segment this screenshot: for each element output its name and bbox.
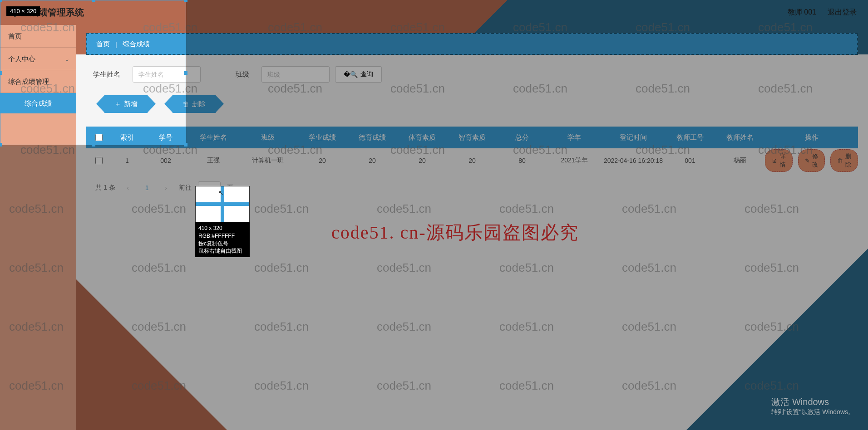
pager-page-1[interactable]: 1 bbox=[141, 181, 153, 194]
pager-goto-label: 前往 bbox=[179, 184, 192, 192]
magnifier-lens: ↖ bbox=[195, 186, 250, 222]
th-class: 班级 bbox=[238, 133, 297, 142]
search-row: 学生姓名 班级 �🔍 查询 bbox=[86, 66, 858, 83]
header-bar: 学生成绩管理系统 教师 001 退出登录 bbox=[0, 0, 868, 25]
th-year: 学年 bbox=[547, 133, 602, 142]
crumb-current: 综合成绩 bbox=[123, 40, 150, 49]
th-name: 学生姓名 bbox=[188, 133, 238, 142]
pager-prev[interactable]: ‹ bbox=[122, 181, 134, 194]
table-row: 1 002 王强 计算机一班 20 20 20 20 80 2021学年 202… bbox=[86, 148, 858, 173]
selection-dimensions: 410 × 320 bbox=[6, 6, 40, 16]
search-icon: �🔍 bbox=[344, 71, 358, 78]
search-class-label: 班级 bbox=[229, 70, 256, 79]
row-detail-button[interactable]: 🗎详情 bbox=[765, 149, 793, 172]
th-index: 索引 bbox=[111, 133, 143, 142]
doc-icon: 🗎 bbox=[772, 157, 778, 164]
table-header: 索引 学号 学生姓名 班级 学业成绩 德育成绩 体育素质 智育素质 总分 学年 … bbox=[86, 127, 858, 148]
th-total: 总分 bbox=[497, 133, 547, 142]
trash-icon: 🗑 bbox=[182, 100, 189, 108]
crumb-sep: | bbox=[115, 40, 117, 48]
sidebar-item-grade-mgmt[interactable]: 综合成绩管理 bbox=[0, 70, 76, 93]
sidebar: 首页 个人中心 综合成绩管理 综合成绩 bbox=[0, 25, 76, 430]
th-academic: 学业成绩 bbox=[297, 133, 347, 142]
th-intel: 智育素质 bbox=[447, 133, 497, 142]
trash-icon: 🗑 bbox=[837, 157, 843, 164]
cursor-icon: ↖ bbox=[218, 189, 224, 196]
crumb-home[interactable]: 首页 bbox=[96, 40, 110, 49]
row-delete-button[interactable]: 🗑删除 bbox=[830, 149, 858, 172]
breadcrumb: 首页 | 综合成绩 bbox=[86, 33, 858, 55]
user-label[interactable]: 教师 001 bbox=[788, 8, 816, 17]
search-name-label: 学生姓名 bbox=[86, 70, 127, 79]
sidebar-item-profile[interactable]: 个人中心 bbox=[0, 48, 76, 70]
action-row: ＋ 新增 🗑 删除 bbox=[86, 95, 858, 113]
select-all-checkbox[interactable] bbox=[95, 134, 103, 141]
data-table: 索引 学号 学生姓名 班级 学业成绩 德育成绩 体育素质 智育素质 总分 学年 … bbox=[86, 127, 858, 173]
windows-activation-notice: 激活 Windows 转到"设置"以激活 Windows。 bbox=[771, 396, 854, 416]
sidebar-sub-grades[interactable]: 综合成绩 bbox=[0, 93, 76, 113]
pager-next[interactable]: › bbox=[160, 181, 173, 194]
th-tno: 教师工号 bbox=[665, 133, 715, 142]
row-checkbox[interactable] bbox=[95, 157, 103, 164]
th-time: 登记时间 bbox=[602, 133, 665, 142]
delete-button[interactable]: 🗑 删除 bbox=[173, 95, 216, 113]
add-button[interactable]: ＋ 新增 bbox=[104, 95, 148, 113]
th-tname: 教师姓名 bbox=[715, 133, 765, 142]
th-ops: 操作 bbox=[765, 133, 858, 142]
th-sno: 学号 bbox=[143, 133, 188, 142]
pager-total: 共 1 条 bbox=[95, 184, 115, 192]
logout-button[interactable]: 退出登录 bbox=[828, 8, 857, 17]
search-name-input[interactable] bbox=[133, 66, 201, 83]
th-moral: 德育成绩 bbox=[347, 133, 397, 142]
row-edit-button[interactable]: ✎修改 bbox=[798, 149, 825, 172]
color-picker-magnifier: ↖ 410 x 320 RGB:#FFFFFF 按c复制色号 鼠标右键自由截图 bbox=[195, 186, 250, 257]
search-class-input[interactable] bbox=[261, 66, 330, 83]
search-button[interactable]: �🔍 查询 bbox=[335, 66, 382, 83]
edit-icon: ✎ bbox=[805, 157, 810, 164]
magnifier-info: 410 x 320 RGB:#FFFFFF 按c复制色号 鼠标右键自由截图 bbox=[195, 222, 250, 257]
th-pe: 体育素质 bbox=[397, 133, 447, 142]
sidebar-item-home[interactable]: 首页 bbox=[0, 25, 76, 48]
plus-icon: ＋ bbox=[114, 100, 121, 108]
